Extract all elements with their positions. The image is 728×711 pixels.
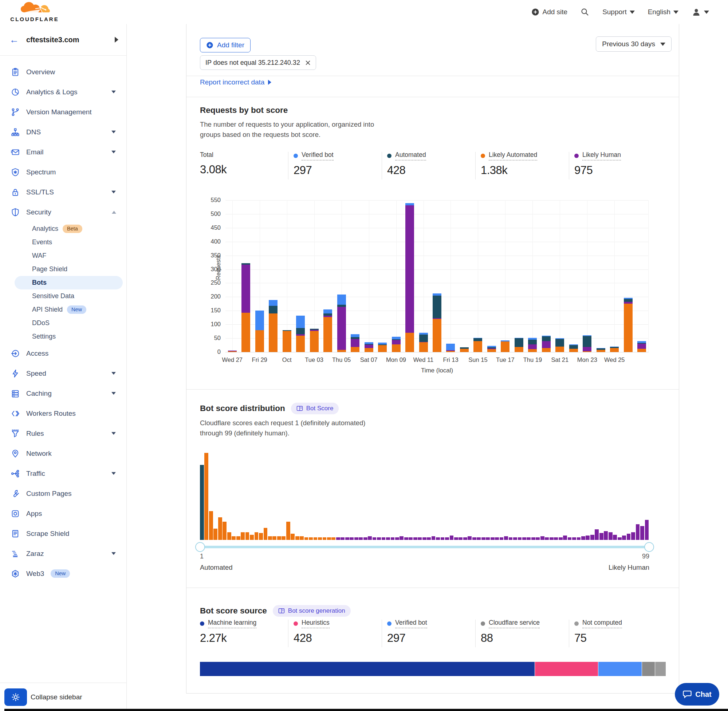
bar-segment — [542, 336, 551, 341]
chat-button[interactable]: Chat — [675, 683, 719, 705]
sidebar-subitem-bots[interactable]: Bots — [15, 276, 123, 289]
histogram-bar — [540, 536, 545, 540]
bar-segment — [337, 295, 346, 305]
sidebar-item-rules[interactable]: Rules — [0, 423, 126, 443]
stacked-bar — [473, 200, 482, 352]
sidebar-item-custom-pages[interactable]: Custom Pages — [0, 484, 126, 503]
filter-chip[interactable]: IP does not equal 35.212.240.32 — [200, 55, 316, 70]
bar-segment — [624, 304, 633, 352]
cloudflare-logo[interactable]: CLOUDFLARE — [7, 1, 62, 22]
sidebar-item-web3[interactable]: Web3New — [0, 563, 126, 584]
histogram-bar — [436, 537, 440, 540]
bar-segment — [392, 340, 400, 344]
sidebar-item-network[interactable]: Network — [0, 443, 126, 463]
histogram-bar — [409, 537, 413, 540]
language-menu[interactable]: English — [648, 8, 678, 16]
bot-score-histogram — [200, 453, 649, 540]
date-range-dropdown[interactable]: Previous 30 days — [596, 36, 672, 52]
sidebar-item-zaraz[interactable]: Zaraz — [0, 544, 126, 563]
sidebar-subitem-analytics[interactable]: AnalyticsBeta — [0, 222, 126, 236]
histogram-bar — [291, 534, 295, 540]
histogram-bar — [445, 537, 449, 540]
source-segment-cloudflare-service — [642, 662, 655, 676]
bar-segment — [255, 330, 264, 352]
sidebar: ← cftestsite3.com OverviewAnalytics & Lo… — [0, 24, 127, 711]
histogram-bar — [522, 537, 526, 540]
sidebar-item-spectrum[interactable]: Spectrum — [0, 162, 126, 182]
back-arrow-icon[interactable]: ← — [9, 35, 19, 44]
sidebar-item-version-management[interactable]: Version Management — [0, 102, 126, 122]
sidebar-subitem-page-shield[interactable]: Page Shield — [0, 263, 126, 276]
bar-segment — [515, 338, 523, 339]
bar-segment — [269, 306, 278, 313]
sidebar-item-scrape-shield[interactable]: Scrape Shield — [0, 524, 126, 544]
sidebar-subitem-settings[interactable]: Settings — [0, 330, 126, 343]
bar-segment — [597, 348, 605, 349]
bar-segment — [419, 335, 428, 342]
chevron-down-icon — [111, 151, 116, 153]
bot-score-generation-badge[interactable]: Bot score generation — [273, 605, 351, 617]
requests-section-title: Requests by bot score — [200, 106, 288, 115]
sidebar-item-workers-routes[interactable]: Workers Routes — [0, 403, 126, 423]
sidebar-item-label: Network — [26, 450, 52, 457]
sidebar-subitem-waf[interactable]: WAF — [0, 249, 126, 263]
close-icon[interactable] — [305, 60, 311, 65]
sidebar-item-label: Analytics & Logs — [26, 88, 77, 96]
divider — [288, 620, 288, 647]
sidebar-subitem-api-shield[interactable]: API ShieldNew — [0, 303, 126, 316]
sidebar-subitem-ddos[interactable]: DDoS — [0, 316, 126, 330]
sidebar-item-email[interactable]: Email — [0, 142, 126, 162]
report-incorrect-data-link[interactable]: Report incorrect data — [200, 78, 271, 86]
sidebar-item-analytics-logs[interactable]: Analytics & Logs — [0, 82, 126, 102]
slider-handle-max[interactable] — [644, 542, 654, 552]
bar-segment — [637, 349, 646, 352]
bar-segment — [269, 300, 278, 305]
bar-segment — [528, 338, 537, 340]
sidebar-item-traffic[interactable]: Traffic — [0, 463, 126, 484]
add-site-button[interactable]: Add site — [532, 8, 567, 16]
bar-segment — [365, 344, 373, 345]
bar-segment — [351, 347, 359, 352]
sidebar-item-overview[interactable]: Overview — [0, 62, 126, 82]
collapse-sidebar-label[interactable]: Collapse sidebar — [31, 693, 82, 701]
account-menu[interactable] — [692, 7, 709, 17]
bar-segment — [296, 334, 305, 336]
site-selector-row[interactable]: ← cftestsite3.com — [0, 24, 126, 56]
sidebar-item-caching[interactable]: Caching — [0, 384, 126, 403]
sidebar-item-label: Speed — [26, 370, 46, 378]
stat-label: Likely Human — [582, 151, 621, 161]
stat-label: Total — [200, 151, 213, 160]
site-expand-icon[interactable] — [115, 37, 118, 43]
bar-segment — [255, 311, 264, 330]
sidebar-item-ssl-tls[interactable]: SSL/TLS — [0, 182, 126, 202]
histogram-bar — [527, 537, 531, 540]
bar-segment — [583, 351, 591, 352]
score-slider-track[interactable] — [200, 546, 649, 548]
histogram-bar — [286, 522, 290, 540]
sidebar-item-access[interactable]: Access — [0, 343, 126, 363]
histogram-bar — [363, 537, 368, 540]
histogram-bar — [309, 537, 313, 540]
source-segment-machine-learning — [200, 662, 535, 676]
slider-handle-min[interactable] — [195, 542, 205, 552]
bar-segment — [269, 313, 278, 352]
search-icon[interactable] — [580, 7, 589, 16]
top-navbar: CLOUDFLARE Add site Support English — [0, 0, 728, 24]
bar-segment — [637, 344, 646, 349]
histogram-bar — [640, 526, 644, 540]
settings-gear-button[interactable] — [4, 689, 27, 706]
sidebar-item-label: Version Management — [26, 108, 92, 116]
sidebar-subitem-sensitive-data[interactable]: Sensitive Data — [0, 289, 126, 303]
sidebar-item-security[interactable]: Security — [0, 202, 126, 222]
sidebar-subitem-events[interactable]: Events — [0, 236, 126, 249]
bar-segment — [555, 347, 564, 352]
bot-score-badge[interactable]: Bot Score — [291, 403, 339, 414]
histogram-bar — [509, 537, 513, 540]
add-filter-button[interactable]: Add filter — [200, 38, 251, 52]
histogram-bar — [336, 537, 340, 540]
support-menu[interactable]: Support — [602, 8, 635, 16]
sidebar-item-speed[interactable]: Speed — [0, 363, 126, 384]
bar-segment — [241, 265, 250, 312]
sidebar-item-dns[interactable]: DNS — [0, 122, 126, 142]
sidebar-item-apps[interactable]: Apps — [0, 503, 126, 524]
